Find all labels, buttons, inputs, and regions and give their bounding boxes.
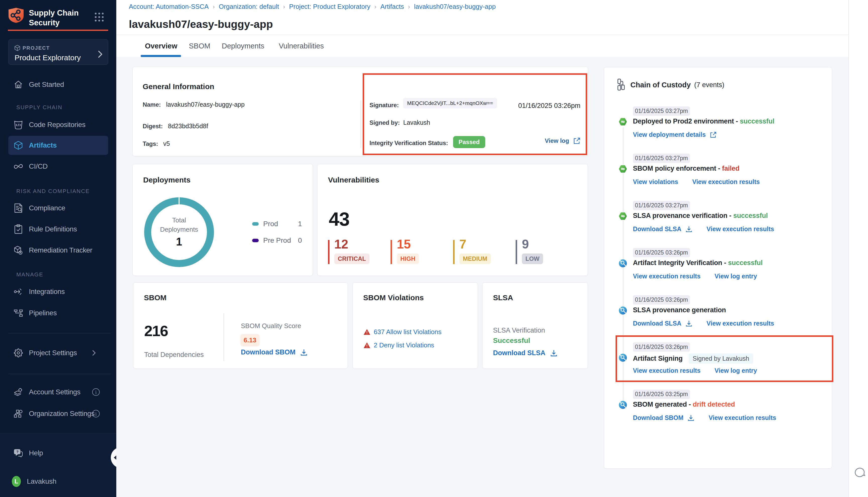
svg-text:?: ? [16, 450, 18, 454]
